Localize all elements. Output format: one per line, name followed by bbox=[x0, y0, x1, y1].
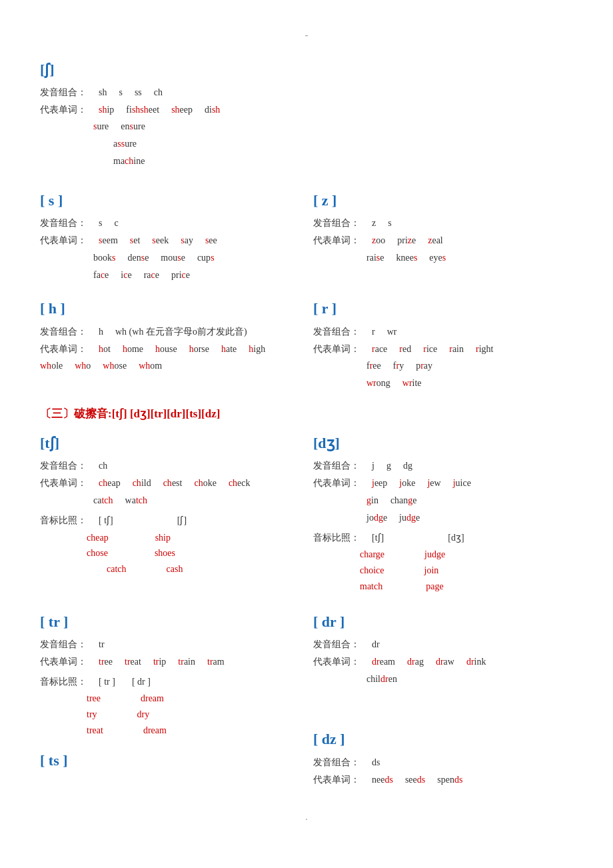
tf-comp-row1: cheap ship bbox=[40, 530, 300, 546]
tf-dz3-section: [tʃ] 发音组合： ch 代表单词： cheap child chest ch… bbox=[40, 431, 573, 595]
dz-words1: 代表单词： needs seeds spends bbox=[313, 772, 573, 788]
tr-words1: 代表单词： tree treat trip train tram bbox=[40, 654, 300, 670]
s-z-section: [ s ] 发音组合： s c 代表单词： seem set seek say … bbox=[40, 188, 573, 285]
tf-words2: catch watch bbox=[40, 493, 300, 509]
section-r: [ r ] 发音组合： r wr 代表单词： race red rice rai… bbox=[313, 296, 573, 393]
phoneme-tr-symbol: [ tr ] bbox=[40, 609, 300, 634]
section-dr: [ dr ] 发音组合： dr 代表单词： dream drag draw dr… bbox=[313, 609, 573, 789]
sh-words3: assure bbox=[40, 136, 573, 152]
h-r-section: [ h ] 发音组合： h wh (wh 在元音字母o前才发此音) 代表单词： … bbox=[40, 296, 573, 393]
tr-comparison-label: 音标比照： [ tr ] [ dr ] bbox=[40, 674, 300, 690]
phoneme-dz-symbol: [ dz ] bbox=[313, 727, 573, 751]
phoneme-tf-symbol: [tʃ] bbox=[40, 431, 300, 455]
s-spellings: 发音组合： s c bbox=[40, 215, 300, 231]
phoneme-r-symbol: [ r ] bbox=[313, 296, 573, 321]
r-spellings: 发音组合： r wr bbox=[313, 324, 573, 340]
tf-comp-row2: chose shoes bbox=[40, 545, 300, 561]
phoneme-s-symbol: [ s ] bbox=[40, 188, 300, 213]
phoneme-ts-symbol: [ ts ] bbox=[40, 748, 300, 773]
section-dz3: [dʒ] 发音组合： j g dg 代表单词： jeep joke jew ju… bbox=[313, 431, 573, 595]
dr-words1: 代表单词： dream drag draw drink bbox=[313, 654, 573, 670]
phoneme-dz3-symbol: [dʒ] bbox=[313, 431, 573, 455]
tr-comp-row2: try dry bbox=[40, 707, 300, 723]
dz3-comp-row3: match page bbox=[313, 579, 573, 595]
r-words2: free fry pray bbox=[313, 358, 573, 374]
z-spellings: 发音组合： z s bbox=[313, 215, 573, 231]
dz3-comp-row1: charge judge bbox=[313, 547, 573, 563]
sh-words1: 代表单词： ship fishsheet sheep dish bbox=[40, 102, 573, 118]
section-tr: [ tr ] 发音组合： tr 代表单词： tree treat trip tr… bbox=[40, 609, 300, 789]
r-words1: 代表单词： race red rice rain right bbox=[313, 341, 573, 357]
phoneme-h-symbol: [ h ] bbox=[40, 296, 300, 321]
section-three-header: 〔三〕破擦音:[tʃ] [dʒ][tr][dr][ts][dz] bbox=[40, 405, 573, 424]
tr-dr-section: [ tr ] 发音组合： tr 代表单词： tree treat trip tr… bbox=[40, 609, 573, 789]
section-s: [ s ] 发音组合： s c 代表单词： seem set seek say … bbox=[40, 188, 300, 285]
tf-comp-row3: catch cash bbox=[40, 561, 300, 577]
h-spellings: 发音组合： h wh (wh 在元音字母o前才发此音) bbox=[40, 324, 300, 340]
tf-spellings: 发音组合： ch bbox=[40, 458, 300, 474]
dz3-words3: jodge judge bbox=[313, 510, 573, 526]
h-words2: whole who whose whom bbox=[40, 358, 300, 374]
section-h: [ h ] 发音组合： h wh (wh 在元音字母o前才发此音) 代表单词： … bbox=[40, 296, 300, 393]
dz3-comparison-label: 音标比照： [tʃ] [dʒ] bbox=[313, 530, 573, 546]
r-words3: wrong write bbox=[313, 375, 573, 391]
dz3-comp-row2: choice join bbox=[313, 563, 573, 579]
tf-words1: 代表单词： cheap child chest choke check bbox=[40, 475, 300, 491]
tf-comparison-label: 音标比照： [ tʃ] [ʃ] bbox=[40, 513, 300, 529]
page-top-dash: - bbox=[40, 27, 573, 44]
sh-words2: sure ensure bbox=[40, 119, 573, 135]
page-bottom-dot: . bbox=[40, 809, 573, 826]
section-tf: [tʃ] 发音组合： ch 代表单词： cheap child chest ch… bbox=[40, 431, 300, 595]
z-words1: 代表单词： zoo prize zeal bbox=[313, 233, 573, 249]
s-words2: books dense mouse cups bbox=[40, 250, 300, 266]
phoneme-z-symbol: [ z ] bbox=[313, 188, 573, 213]
s-words3: face ice race price bbox=[40, 267, 300, 283]
dz-spellings: 发音组合： ds bbox=[313, 755, 573, 771]
section-z: [ z ] 发音组合： z s 代表单词： zoo prize zeal rai… bbox=[313, 188, 573, 285]
tr-comp-row3: treat dream bbox=[40, 723, 300, 739]
phoneme-sh-symbol: [ʃ] bbox=[40, 57, 573, 82]
dr-words2: children bbox=[313, 671, 573, 687]
section-sh: [ʃ] 发音组合： sh s ss ch 代表单词： ship fishshee… bbox=[40, 57, 573, 169]
phoneme-dr-symbol: [ dr ] bbox=[313, 609, 573, 634]
sh-words4: machine bbox=[40, 153, 573, 169]
dz3-words1: 代表单词： jeep joke jew juice bbox=[313, 475, 573, 491]
sh-spellings: 发音组合： sh s ss ch bbox=[40, 85, 573, 101]
dz3-words2: gin change bbox=[313, 493, 573, 509]
tr-spellings: 发音组合： tr bbox=[40, 637, 300, 653]
z-words2: raise knees eyes bbox=[313, 250, 573, 266]
dr-spellings: 发音组合： dr bbox=[313, 637, 573, 653]
s-words1: 代表单词： seem set seek say see bbox=[40, 233, 300, 249]
dz3-spellings: 发音组合： j g dg bbox=[313, 458, 573, 474]
h-words1: 代表单词： hot home house horse hate high bbox=[40, 341, 300, 357]
tr-comp-row1: tree dream bbox=[40, 691, 300, 707]
